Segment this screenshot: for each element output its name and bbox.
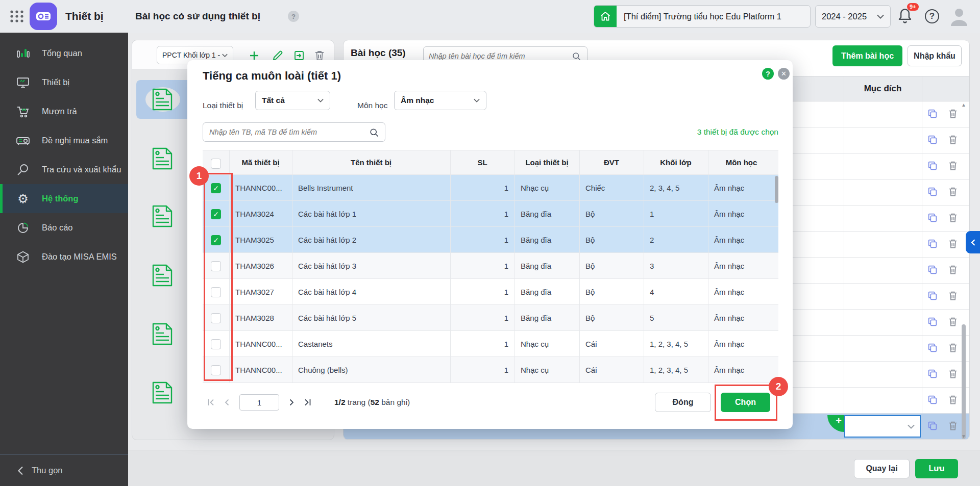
trash-icon[interactable] bbox=[947, 160, 960, 172]
row-checkbox-checked[interactable]: ✓ bbox=[211, 183, 221, 193]
import-button[interactable]: Nhập khẩu bbox=[908, 45, 962, 66]
sidebar-item-devices[interactable]: Thiết bị bbox=[0, 68, 128, 97]
pie-chart-icon bbox=[15, 221, 31, 235]
duplicate-icon[interactable] bbox=[927, 186, 939, 198]
device-row[interactable]: THAM3028 Các bài hát lớp 5 1 Băng đĩa Bộ… bbox=[203, 305, 778, 331]
sidebar-item-overview[interactable]: Tổng quan bbox=[0, 39, 128, 68]
projector-icon bbox=[15, 134, 31, 147]
trash-icon[interactable] bbox=[947, 420, 960, 432]
trash-icon[interactable] bbox=[947, 290, 960, 302]
device-name: Các bài hát lớp 4 bbox=[292, 279, 450, 304]
trash-icon[interactable] bbox=[947, 264, 960, 276]
trash-icon[interactable] bbox=[947, 134, 960, 146]
trash-icon[interactable] bbox=[947, 394, 960, 406]
selected-count: 3 thiết bị đã được chọn bbox=[697, 122, 778, 142]
lessons-scrollbar[interactable]: ▲ ▼ bbox=[961, 103, 966, 439]
duplicate-icon[interactable] bbox=[927, 160, 939, 172]
scrollbar-thumb[interactable] bbox=[962, 324, 966, 439]
device-row[interactable]: THAM3027 Các bài hát lớp 4 1 Băng đĩa Bộ… bbox=[203, 279, 778, 305]
row-checkbox[interactable] bbox=[211, 365, 221, 375]
select-all-checkbox[interactable] bbox=[211, 159, 221, 169]
first-page-icon[interactable] bbox=[203, 398, 219, 406]
device-search-input[interactable] bbox=[203, 128, 369, 136]
sidebar-item-reports[interactable]: Báo cáo bbox=[0, 213, 128, 242]
device-unit: Bộ bbox=[579, 253, 644, 278]
page-help-icon[interactable]: ? bbox=[288, 11, 299, 22]
row-checkbox[interactable] bbox=[211, 313, 221, 323]
sidebar-item-borrow-return[interactable]: Mượn trả bbox=[0, 97, 128, 126]
pagination: 1/2 trang (52 bản ghi) bbox=[203, 393, 410, 412]
modal-help-icon[interactable]: ? bbox=[762, 68, 774, 80]
close-icon[interactable]: ✕ bbox=[778, 68, 790, 80]
select-button[interactable]: Chọn bbox=[721, 393, 770, 412]
global-help-icon[interactable]: ? bbox=[925, 9, 939, 23]
duplicate-icon[interactable] bbox=[927, 264, 939, 276]
duplicate-icon[interactable] bbox=[927, 316, 939, 328]
notification-bell[interactable]: 9+ bbox=[897, 7, 916, 26]
last-page-icon[interactable] bbox=[300, 398, 316, 406]
sidebar-item-purchase-request[interactable]: Đề nghị mua sắm bbox=[0, 126, 128, 155]
school-year-select[interactable]: 2024 - 2025 bbox=[815, 5, 891, 28]
trash-icon[interactable] bbox=[947, 212, 960, 224]
device-row[interactable]: THANNC00... Chuông (bells) 1 Nhạc cụ Cái… bbox=[203, 357, 778, 383]
screen: Thiết bị Bài học có sử dụng thiết bị ? [… bbox=[0, 0, 980, 486]
prev-page-icon[interactable] bbox=[219, 398, 235, 406]
device-row[interactable]: ✓ THAM3024 Các bài hát lớp 1 1 Băng đĩa … bbox=[203, 201, 778, 227]
duplicate-icon[interactable] bbox=[927, 108, 939, 120]
duplicate-icon[interactable] bbox=[927, 420, 939, 432]
device-search-box[interactable] bbox=[203, 122, 385, 142]
trash-icon[interactable] bbox=[947, 108, 960, 120]
trash-icon[interactable] bbox=[947, 238, 960, 250]
device-code: THANNC00... bbox=[229, 175, 292, 200]
subject-select[interactable]: Âm nhạc bbox=[394, 91, 486, 110]
duplicate-icon[interactable] bbox=[927, 212, 939, 224]
add-lesson-button[interactable]: Thêm bài học bbox=[832, 45, 902, 66]
row-checkbox[interactable] bbox=[211, 287, 221, 297]
user-avatar[interactable] bbox=[948, 6, 970, 27]
device-qty: 1 bbox=[450, 253, 514, 278]
row-checkbox[interactable] bbox=[211, 339, 221, 349]
school-selector[interactable]: [Thí điểm] Trường tiểu học Edu Platform … bbox=[594, 5, 811, 28]
lesson-doc-icon bbox=[152, 381, 173, 404]
device-grade: 3 bbox=[644, 253, 708, 278]
trash-icon[interactable] bbox=[947, 368, 960, 380]
app-grid-icon[interactable] bbox=[9, 9, 24, 24]
duplicate-icon[interactable] bbox=[927, 342, 939, 354]
projector-app-icon[interactable] bbox=[30, 3, 57, 30]
device-dropdown-cell[interactable] bbox=[844, 415, 921, 438]
expand-panel-tab[interactable] bbox=[966, 231, 980, 253]
device-code: THAM3026 bbox=[229, 253, 292, 278]
device-row[interactable]: ✓ THAM3025 Các bài hát lớp 2 1 Băng đĩa … bbox=[203, 227, 778, 253]
sidebar-item-system[interactable]: ⚙ Hệ thống bbox=[0, 184, 128, 213]
device-qty: 1 bbox=[450, 279, 514, 304]
search-icon bbox=[572, 52, 581, 61]
lessons-search-input[interactable] bbox=[424, 52, 572, 60]
row-checkbox[interactable] bbox=[211, 261, 221, 271]
duplicate-icon[interactable] bbox=[927, 394, 939, 406]
row-checkbox-checked[interactable]: ✓ bbox=[211, 235, 221, 245]
duplicate-icon[interactable] bbox=[927, 238, 939, 250]
page-number-input[interactable] bbox=[239, 394, 279, 411]
modal-scrollbar-thumb[interactable] bbox=[775, 176, 778, 203]
trash-icon[interactable] bbox=[947, 316, 960, 328]
trash-icon[interactable] bbox=[947, 186, 960, 198]
device-type: Băng đĩa bbox=[514, 253, 579, 278]
sidebar-collapse-button[interactable]: Thu gọn bbox=[0, 454, 128, 486]
duplicate-icon[interactable] bbox=[927, 290, 939, 302]
device-row[interactable]: THANNC00... Castanets 1 Nhạc cụ Cái 1, 2… bbox=[203, 331, 778, 357]
device-row[interactable]: ✓ THANNC00... Bells Instrument 1 Nhạc cụ… bbox=[203, 175, 778, 201]
sidebar-item-training[interactable]: Đào tạo MISA EMIS bbox=[0, 242, 128, 271]
device-row[interactable]: THAM3026 Các bài hát lớp 3 1 Băng đĩa Bộ… bbox=[203, 253, 778, 279]
close-button[interactable]: Đóng bbox=[655, 393, 711, 412]
next-page-icon[interactable] bbox=[283, 398, 300, 406]
device-type: Băng đĩa bbox=[514, 305, 579, 330]
duplicate-icon[interactable] bbox=[927, 134, 939, 146]
sidebar-item-lookup-export[interactable]: Tra cứu và xuất khẩu bbox=[0, 155, 128, 184]
add-device-badge[interactable]: + bbox=[827, 415, 844, 432]
row-checkbox-checked[interactable]: ✓ bbox=[211, 209, 221, 219]
trash-icon[interactable] bbox=[947, 342, 960, 354]
save-button[interactable]: Lưu bbox=[915, 459, 958, 478]
device-type-select[interactable]: Tất cả bbox=[255, 91, 330, 110]
duplicate-icon[interactable] bbox=[927, 368, 939, 380]
back-button[interactable]: Quay lại bbox=[854, 459, 910, 478]
